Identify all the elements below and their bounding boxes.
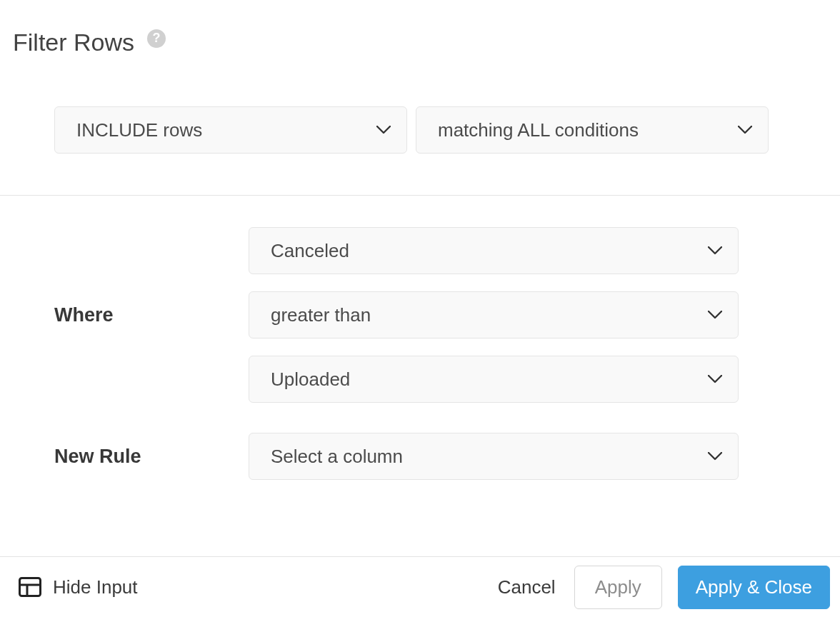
cancel-button[interactable]: Cancel	[495, 572, 559, 603]
include-mode-value: INCLUDE rows	[76, 119, 202, 141]
hide-input-label: Hide Input	[53, 576, 138, 598]
apply-button[interactable]: Apply	[574, 566, 662, 609]
rule-value-value: Uploaded	[271, 368, 350, 391]
hide-input-toggle[interactable]: Hide Input	[19, 576, 138, 598]
apply-close-button[interactable]: Apply & Close	[678, 566, 830, 609]
chevron-down-icon	[376, 126, 391, 134]
chevron-down-icon	[708, 311, 722, 319]
chevron-down-icon	[708, 452, 722, 461]
rule-value-select[interactable]: Uploaded	[249, 356, 739, 403]
table-icon	[19, 577, 41, 597]
rule-operator-value: greater than	[271, 304, 371, 326]
help-icon[interactable]: ?	[147, 29, 166, 48]
match-mode-select[interactable]: matching ALL conditions	[416, 106, 769, 154]
where-label: Where	[54, 304, 249, 326]
chevron-down-icon	[708, 375, 722, 383]
rule-operator-select[interactable]: greater than	[249, 291, 739, 338]
new-rule-label: New Rule	[54, 446, 249, 468]
svg-rect-0	[20, 578, 41, 596]
new-rule-placeholder: Select a column	[271, 446, 403, 468]
page-title: Filter Rows	[13, 29, 134, 56]
include-mode-select[interactable]: INCLUDE rows	[54, 106, 407, 154]
chevron-down-icon	[738, 126, 752, 134]
chevron-down-icon	[708, 246, 722, 255]
rule-column-value: Canceled	[271, 240, 349, 262]
footer-bar: Hide Input Cancel Apply Apply & Close	[0, 556, 840, 617]
match-mode-value: matching ALL conditions	[438, 119, 639, 141]
new-rule-column-select[interactable]: Select a column	[249, 433, 739, 480]
rule-column-select[interactable]: Canceled	[249, 227, 739, 274]
